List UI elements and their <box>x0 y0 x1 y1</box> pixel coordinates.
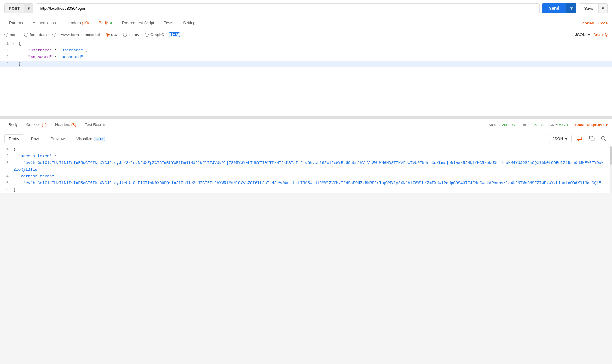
resp-line-content: { <box>12 146 612 153</box>
resp-line-content: "access_token" : <box>12 153 612 160</box>
tabs-right-links: Cookies Code <box>580 21 608 25</box>
line-content: } <box>17 61 612 67</box>
chevron-down-icon: ▼ <box>27 6 31 11</box>
cookies-badge: (1) <box>42 122 47 127</box>
time-label: Time: <box>521 123 532 127</box>
resp-line-number: 5 <box>0 180 12 187</box>
graphql-beta-badge: BETA <box>169 32 180 37</box>
format-preview-button[interactable]: Preview <box>46 134 69 143</box>
svg-rect-0 <box>591 138 594 141</box>
response-tabs-bar: Body Cookies (1) Headers (3) Test Result… <box>0 119 612 131</box>
format-raw-button[interactable]: Raw <box>26 134 43 143</box>
line-number: 3 <box>0 54 12 61</box>
response-tab-testresults[interactable]: Test Results <box>81 119 111 131</box>
copy-button[interactable] <box>588 134 596 143</box>
time-value: 123ms <box>532 123 544 127</box>
collapse-arrow[interactable]: ▾ <box>12 40 17 47</box>
response-tab-headers[interactable]: Headers (3) <box>51 119 81 131</box>
chevron-down-icon: ▼ <box>569 6 573 11</box>
scrollbar-thumb[interactable] <box>610 146 612 165</box>
response-tab-body[interactable]: Body <box>4 119 22 131</box>
tab-tests[interactable]: Tests <box>159 17 178 29</box>
search-button[interactable] <box>599 134 608 143</box>
status-value: 200 OK <box>502 123 515 127</box>
code-line-2: 2 "username" : "username" , <box>0 47 612 54</box>
code-line-3: 3 "password" : "password" <box>0 54 612 61</box>
body-format-selector[interactable]: JSON ▼ <box>575 32 591 37</box>
status-label: Status: <box>488 123 502 127</box>
format-right-controls: JSON ▼ ⇄ <box>549 134 608 143</box>
resp-line-1: 1 { <box>0 146 612 153</box>
svg-line-2 <box>604 139 605 140</box>
tab-settings[interactable]: Settings <box>178 17 202 29</box>
tab-authorization[interactable]: Authorization <box>28 17 61 29</box>
format-visualize-button[interactable]: Visualize BETA <box>72 134 110 143</box>
response-body-area[interactable]: 1 { 2 "access_token" : 3 "eyJhbGciOiJIUz… <box>0 146 612 193</box>
body-type-raw[interactable]: raw <box>106 32 118 37</box>
tab-body-label: Body <box>99 20 108 25</box>
resp-line-4: 4 "refresh_token" : <box>0 173 612 180</box>
wrap-button[interactable]: ⇄ <box>575 134 584 143</box>
send-dropdown-button[interactable]: ▼ <box>566 3 576 13</box>
response-format-selector[interactable]: JSON ▼ <box>549 135 572 143</box>
resp-line-content: "refresh_token" : <box>12 173 612 180</box>
chevron-down-icon: ▼ <box>587 32 591 37</box>
editor-empty-space[interactable] <box>0 67 612 116</box>
size-label: Size: <box>549 123 559 127</box>
url-input[interactable] <box>36 3 539 13</box>
line-number: 1 <box>0 40 12 47</box>
chevron-down-icon: ▼ <box>601 6 605 11</box>
resp-line-content: "eyJhbGciOiJIUzI1NiIsInR5cCI6IkpXVCJ9.ey… <box>12 180 612 187</box>
body-format-label: JSON <box>575 32 586 37</box>
resp-line-number: 3 <box>0 160 12 173</box>
visualize-beta-badge: BETA <box>94 137 105 141</box>
resp-line-2: 2 "access_token" : <box>0 153 612 160</box>
body-type-binary[interactable]: binary <box>123 32 139 37</box>
svg-point-1 <box>601 136 605 140</box>
cookies-link[interactable]: Cookies <box>580 21 594 25</box>
scrollbar-track <box>610 146 612 193</box>
line-number: 4 <box>0 61 12 67</box>
resp-line-content: "eyJhbGciOiJIUzI1NiIsInR5cCI6IkpXVCJ9.ey… <box>12 160 612 173</box>
tab-prerequest[interactable]: Pre-request Script <box>117 17 159 29</box>
method-label: POST <box>5 4 24 13</box>
method-selector[interactable]: POST ▼ <box>4 3 33 13</box>
resp-line-3: 3 "eyJhbGciOiJIUzI1NiIsInR5cCI6IkpXVCJ9.… <box>0 160 612 173</box>
tab-body[interactable]: Body <box>94 17 117 29</box>
save-main-button[interactable]: Save <box>579 4 598 13</box>
save-response-button[interactable]: Save Response ▾ <box>575 123 608 127</box>
resp-line-number: 1 <box>0 146 12 153</box>
code-link[interactable]: Code <box>598 21 608 25</box>
tab-headers-count: (10) <box>82 20 89 25</box>
format-pretty-button[interactable]: Pretty <box>4 134 24 143</box>
tab-headers-label: Headers <box>66 20 81 25</box>
resp-line-6: 6 } <box>0 187 612 193</box>
save-button-group[interactable]: Save ▼ <box>579 3 608 13</box>
body-type-graphql[interactable]: GraphQL BETA <box>145 32 180 37</box>
response-tab-cookies[interactable]: Cookies (1) <box>22 119 51 131</box>
send-button-group[interactable]: Send ▼ <box>542 3 576 13</box>
request-tabs-bar: Params Authorization Headers (10) Body P… <box>0 17 612 29</box>
tab-params[interactable]: Params <box>4 17 28 29</box>
request-body-editor[interactable]: 1 ▾ { 2 "username" : "username" , 3 "pas… <box>0 40 612 117</box>
resp-line-number: 6 <box>0 187 12 193</box>
response-format-label: JSON <box>552 136 563 141</box>
method-dropdown-arrow[interactable]: ▼ <box>24 4 33 13</box>
resp-line-number: 4 <box>0 173 12 180</box>
top-bar: POST ▼ Send ▼ Save ▼ <box>0 0 612 17</box>
resp-line-5: 5 "eyJhbGciOiJIUzI1NiIsInR5cCI6IkpXVCJ9.… <box>0 180 612 187</box>
size-value: 572 B <box>559 123 569 127</box>
body-type-formdata[interactable]: form-data <box>24 32 47 37</box>
headers-badge: (3) <box>71 122 76 127</box>
tab-headers[interactable]: Headers (10) <box>61 17 94 29</box>
save-dropdown-button[interactable]: ▼ <box>598 4 607 13</box>
line-content: { <box>17 40 612 47</box>
send-main-button[interactable]: Send <box>542 3 566 13</box>
body-type-none[interactable]: none <box>4 32 19 37</box>
chevron-down-icon: ▼ <box>564 136 568 141</box>
line-content: "password" : "password" <box>17 54 612 61</box>
body-type-urlencoded[interactable]: x-www-form-urlencoded <box>52 32 100 37</box>
body-type-bar: none form-data x-www-form-urlencoded raw… <box>0 29 612 40</box>
resp-line-number: 2 <box>0 153 12 160</box>
beautify-button[interactable]: Beautify <box>593 32 608 37</box>
